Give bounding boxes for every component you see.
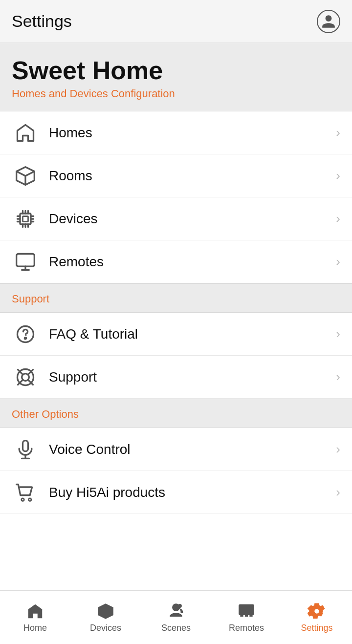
voice-label: Voice Control [49, 442, 332, 457]
profile-button[interactable] [317, 10, 340, 33]
nav-settings-label: Settings [301, 623, 332, 633]
svg-rect-4 [20, 214, 31, 224]
buy-label: Buy Hi5Ai products [49, 485, 332, 500]
nav-item-devices[interactable]: Devices [70, 591, 141, 644]
cube-icon [12, 162, 39, 190]
other-options-section-label: Other Options [0, 399, 352, 428]
scenes-nav-icon [166, 601, 186, 621]
homes-label: Homes [49, 125, 332, 141]
question-icon [12, 321, 39, 348]
chip-icon [12, 205, 39, 233]
svg-line-2 [25, 172, 34, 176]
faq-label: FAQ & Tutorial [49, 326, 332, 342]
homes-chevron: › [336, 125, 340, 140]
svg-rect-5 [23, 216, 28, 221]
voice-chevron: › [336, 442, 340, 457]
person-icon [321, 14, 336, 29]
devices-chevron: › [336, 211, 340, 226]
mic-icon [12, 436, 39, 463]
bottom-nav: Home Devices Scenes Remotes [0, 590, 352, 644]
menu-item-devices[interactable]: Devices › [0, 197, 352, 240]
menu-item-support[interactable]: Support › [0, 356, 352, 399]
svg-marker-34 [98, 603, 113, 619]
header-section: Sweet Home Homes and Devices Configurati… [0, 43, 352, 111]
nav-item-home[interactable]: Home [0, 591, 70, 644]
header-subtitle: Homes and Devices Configuration [12, 87, 340, 100]
page-title: Settings [12, 12, 72, 31]
svg-rect-18 [17, 254, 35, 266]
buy-chevron: › [336, 485, 340, 500]
svg-point-32 [22, 498, 24, 501]
top-bar: Settings [0, 0, 352, 43]
svg-point-22 [25, 337, 26, 339]
svg-line-3 [17, 172, 25, 176]
other-section: Voice Control › Buy Hi5Ai products › [0, 428, 352, 514]
home-nav-icon [25, 601, 45, 621]
menu-item-buy[interactable]: Buy Hi5Ai products › [0, 471, 352, 514]
menu-item-remotes[interactable]: Remotes › [0, 240, 352, 283]
remotes-nav-icon [237, 601, 256, 621]
nav-remotes-label: Remotes [229, 623, 264, 633]
menu-item-voice[interactable]: Voice Control › [0, 428, 352, 471]
menu-item-homes[interactable]: Homes › [0, 111, 352, 154]
nav-item-scenes[interactable]: Scenes [141, 591, 211, 644]
svg-rect-29 [23, 440, 28, 451]
nav-devices-label: Devices [90, 623, 121, 633]
menu-item-rooms[interactable]: Rooms › [0, 154, 352, 197]
nav-scenes-label: Scenes [161, 623, 191, 633]
content-area: Homes › Rooms › [0, 111, 352, 568]
svg-point-24 [22, 373, 29, 381]
svg-point-33 [28, 498, 31, 501]
nav-item-remotes[interactable]: Remotes [211, 591, 282, 644]
support-section-label: Support [0, 283, 352, 313]
support-chevron: › [336, 369, 340, 385]
nav-home-label: Home [23, 623, 47, 633]
remotes-label: Remotes [49, 254, 332, 270]
cart-icon [12, 479, 39, 506]
support-label: Support [49, 369, 332, 385]
settings-nav-icon [307, 601, 327, 621]
devices-label: Devices [49, 211, 332, 227]
home-name: Sweet Home [12, 57, 340, 85]
remotes-chevron: › [336, 254, 340, 269]
home-icon [12, 119, 39, 147]
menu-item-faq[interactable]: FAQ & Tutorial › [0, 313, 352, 356]
devices-nav-icon [96, 601, 115, 621]
monitor-icon [12, 248, 39, 276]
svg-point-35 [178, 604, 182, 608]
support-section: FAQ & Tutorial › Support › [0, 313, 352, 399]
lifesaver-icon [12, 364, 39, 391]
faq-chevron: › [336, 326, 340, 342]
nav-item-settings[interactable]: Settings [282, 591, 352, 644]
config-section: Homes › Rooms › [0, 111, 352, 283]
rooms-label: Rooms [49, 168, 332, 184]
rooms-chevron: › [336, 168, 340, 183]
